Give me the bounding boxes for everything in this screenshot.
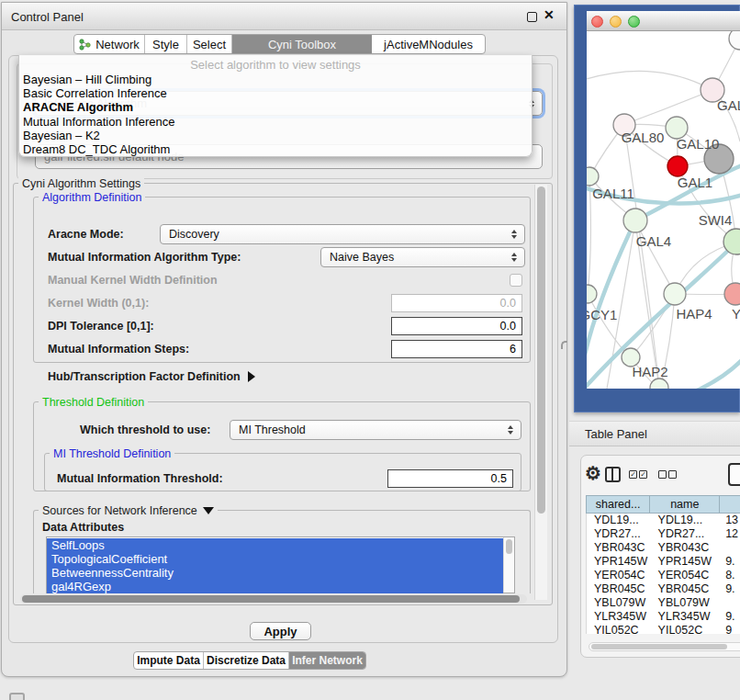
- table-row[interactable]: YER054CYER054C8.: [587, 569, 740, 582]
- tab-network[interactable]: Network: [74, 35, 145, 53]
- table-horizontal-scrollbar[interactable]: [589, 642, 740, 651]
- which-threshold-combo[interactable]: MI Threshold: [230, 420, 521, 440]
- hub-definition-expander[interactable]: Hub/Transcription Factor Definition: [48, 370, 255, 383]
- partial-toolbar-icon[interactable]: [728, 463, 740, 486]
- table-panel-title: Table Panel: [585, 427, 647, 441]
- checked-checkbox-icon[interactable]: ✓: [629, 470, 637, 479]
- control-panel-window: Control Panel ✕ NetworkStyleSelectCyni T…: [1, 2, 567, 677]
- mi-steps-label: Mutual Information Steps:: [48, 343, 189, 356]
- algorithm-popup-list: Select algorithm to view settingsBayesia…: [18, 55, 533, 157]
- bottom-tab-impute-data[interactable]: Impute Data: [134, 652, 204, 669]
- network-node[interactable]: [724, 283, 740, 305]
- table-row[interactable]: YPR145WYPR145W9.: [587, 555, 740, 569]
- tab-cyni-toolbox[interactable]: Cyni Toolbox: [232, 35, 372, 53]
- attribute-item[interactable]: SelfLoops: [47, 538, 503, 552]
- aracne-mode-label: Aracne Mode:: [48, 228, 124, 241]
- column-header[interactable]: name: [650, 496, 720, 513]
- minimize-traffic-light[interactable]: [610, 16, 622, 28]
- table-row[interactable]: YDR27...YDR27...12: [587, 527, 740, 541]
- network-node[interactable]: [587, 285, 597, 303]
- table-row[interactable]: YDL19...YDL19...13: [587, 514, 740, 527]
- column-header[interactable]: [720, 496, 740, 513]
- tab-style[interactable]: Style: [145, 35, 187, 53]
- splitter-handle-icon[interactable]: [561, 341, 567, 349]
- threshold-definition-title: Threshold Definition: [39, 395, 148, 410]
- node-table: shared... name YDL19...YDL19...13YDR27..…: [586, 495, 740, 634]
- table-row[interactable]: YLR345WYLR345W9.: [587, 610, 740, 624]
- node-label: GAL1: [678, 175, 712, 190]
- zoom-traffic-light[interactable]: [628, 16, 640, 28]
- dpi-tolerance-field[interactable]: 0.0: [391, 317, 522, 335]
- attribute-item[interactable]: BetweennessCentrality: [47, 566, 503, 580]
- table-row[interactable]: YIL052CYIL052C9: [587, 624, 740, 634]
- table-row[interactable]: YBR045CYBR045C9.: [587, 582, 740, 596]
- table-header: shared... name: [586, 495, 740, 514]
- network-canvas[interactable]: GALGAL80GAL10GAL1GAL11SWI4GAL4HAP4YGCY1H…: [587, 31, 740, 389]
- unchecked-checkbox-icon[interactable]: [658, 470, 667, 479]
- float-window-icon[interactable]: [527, 12, 537, 22]
- table-row[interactable]: YBL079WYBL079W: [587, 596, 740, 610]
- mi-threshold-field[interactable]: 0.5: [387, 469, 513, 488]
- gear-icon[interactable]: ⚙: [585, 462, 601, 484]
- aracne-mode-combo[interactable]: Discovery: [160, 224, 525, 244]
- popup-item[interactable]: Dream8 DC_TDC Algorithm: [19, 142, 532, 156]
- node-label: SWI4: [699, 212, 733, 228]
- settings-horizontal-scrollbar[interactable]: [20, 594, 527, 604]
- data-attributes-label: Data Attributes: [42, 521, 124, 534]
- combo-arrows-icon: [511, 253, 517, 262]
- bottom-tab-discretize-data[interactable]: Discretize Data: [204, 652, 289, 669]
- sources-expander[interactable]: Sources for Network Inference: [39, 503, 218, 518]
- expand-right-icon: [248, 371, 255, 382]
- node-label: HAP2: [632, 364, 667, 379]
- popup-item[interactable]: Basic Correlation Inference: [19, 86, 532, 100]
- attribute-item[interactable]: gal4RGexp: [47, 580, 503, 593]
- combo-arrows-icon: [511, 230, 517, 239]
- table-panel-titlebar: Table Panel: [569, 421, 740, 446]
- control-panel-titlebar: Control Panel ✕: [2, 3, 566, 30]
- checked-checkbox-icon[interactable]: ✓: [639, 470, 647, 479]
- control-panel-tabs: NetworkStyleSelectCyni ToolboxjActiveMNo…: [73, 34, 486, 54]
- column-header[interactable]: shared...: [587, 496, 650, 513]
- popup-item[interactable]: ARACNE Algorithm: [19, 100, 532, 114]
- apply-button[interactable]: Apply: [250, 622, 311, 640]
- expand-down-icon: [203, 507, 214, 514]
- attributes-scrollbar[interactable]: [503, 537, 514, 593]
- network-node[interactable]: [667, 156, 688, 176]
- table-panel: ⚙ ✓ ✓ shared... name YDL19...YDL19...13Y…: [580, 455, 740, 658]
- manual-kernel-checkbox[interactable]: [510, 274, 522, 287]
- network-node[interactable]: [650, 378, 668, 389]
- attribute-item[interactable]: TopologicalCoefficient: [47, 552, 503, 566]
- unchecked-checkbox-icon[interactable]: [668, 470, 677, 479]
- network-node[interactable]: [729, 31, 740, 50]
- popup-item[interactable]: Bayesian – K2: [19, 129, 532, 142]
- settings-vertical-scrollbar[interactable]: [534, 185, 547, 600]
- data-attributes-list[interactable]: SelfLoopsTopologicalCoefficientBetweenne…: [46, 536, 515, 593]
- tab-select[interactable]: Select: [187, 35, 232, 53]
- bottom-tabs: Impute DataDiscretize DataInfer Network: [133, 651, 366, 670]
- node-label: GAL: [717, 97, 740, 113]
- network-node[interactable]: [623, 209, 647, 232]
- screen: Control Panel ✕ NetworkStyleSelectCyni T…: [0, 0, 740, 700]
- combo-arrows-icon: [508, 425, 513, 435]
- network-window: GALGAL80GAL10GAL1GAL11SWI4GAL4HAP4YGCY1H…: [587, 11, 740, 389]
- network-node[interactable]: [664, 283, 686, 305]
- control-panel-title: Control Panel: [11, 10, 84, 24]
- network-window-titlebar: [587, 11, 740, 31]
- bottom-tab-infer-network[interactable]: Infer Network: [289, 652, 365, 669]
- node-label: GCY1: [587, 307, 617, 322]
- columns-icon[interactable]: [605, 467, 621, 482]
- table-row[interactable]: YBR043CYBR043C: [587, 541, 740, 555]
- network-node[interactable]: [587, 167, 599, 186]
- algorithm-definition-title: Algorithm Definition: [39, 190, 145, 205]
- popup-item[interactable]: Mutual Information Inference: [19, 115, 532, 129]
- close-traffic-light[interactable]: [591, 16, 603, 28]
- mi-type-label: Mutual Information Algorithm Type:: [48, 251, 241, 264]
- tab-jactivemnodules[interactable]: jActiveMNodules: [372, 35, 485, 53]
- mi-steps-field[interactable]: 6: [391, 340, 522, 358]
- which-threshold-label: Which threshold to use:: [80, 423, 210, 436]
- popup-item[interactable]: Bayesian – Hill Climbing: [19, 73, 532, 86]
- close-icon[interactable]: ✕: [544, 7, 555, 22]
- mi-type-combo[interactable]: Naive Bayes: [320, 247, 525, 267]
- kernel-width-field[interactable]: 0.0: [391, 294, 522, 312]
- collapsed-panel-icon[interactable]: [9, 693, 25, 700]
